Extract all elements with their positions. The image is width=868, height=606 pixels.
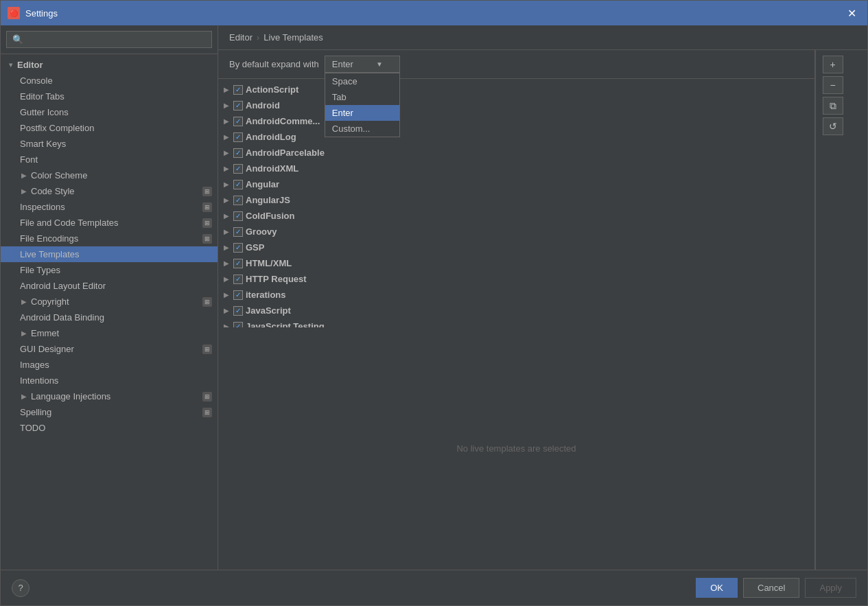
sidebar-item-language-injections[interactable]: ▶ Language Injections ⊞	[1, 388, 218, 404]
sidebar-item-editor[interactable]: ▾ Editor	[1, 57, 218, 73]
sidebar-item-android-layout[interactable]: Android Layout Editor	[1, 278, 218, 294]
template-group-javascript[interactable]: ▶ ✓ JavaScript	[218, 303, 814, 318]
lang-inject-badge-icon: ⊞	[202, 392, 212, 401]
spelling-badge-icon: ⊞	[202, 408, 212, 417]
template-group-groovy[interactable]: ▶ ✓ Groovy	[218, 224, 814, 240]
sidebar-item-font[interactable]: Font	[1, 152, 218, 167]
main-content: Editor › Live Templates By default expan…	[218, 25, 867, 570]
group-label: AngularJS	[246, 195, 290, 205]
template-group-android[interactable]: ▶ ✓ Android	[218, 97, 814, 113]
group-checkbox[interactable]: ✓	[233, 148, 243, 158]
group-label: GSP	[246, 242, 264, 253]
template-group-html-xml[interactable]: ▶ ✓ HTML/XML	[218, 255, 814, 271]
cancel-button[interactable]: Cancel	[743, 578, 799, 598]
group-checkbox[interactable]: ✓	[233, 101, 243, 110]
template-group-angular[interactable]: ▶ ✓ Angular	[218, 176, 814, 192]
group-checkbox[interactable]: ✓	[233, 180, 243, 189]
search-input[interactable]	[6, 31, 212, 48]
sidebar-item-color-scheme[interactable]: ▶ Color Scheme	[1, 167, 218, 183]
dropdown-option-enter[interactable]: Enter	[325, 105, 399, 121]
sidebar-item-intentions[interactable]: Intentions	[1, 373, 218, 388]
group-checkbox[interactable]: ✓	[233, 243, 243, 253]
template-group-androidcomme[interactable]: ▶ ✓ AndroidComme...	[218, 113, 814, 129]
app-icon: 🔴	[8, 7, 20, 19]
templates-panel: By default expand with Enter ▼ Space Tab…	[218, 50, 815, 570]
group-arrow-icon: ▶	[224, 117, 229, 125]
sidebar-item-editor-tabs[interactable]: Editor Tabs	[1, 89, 218, 104]
group-arrow-icon: ▶	[224, 259, 229, 267]
sidebar-item-images[interactable]: Images	[1, 357, 218, 373]
template-group-androidxml[interactable]: ▶ ✓ AndroidXML	[218, 161, 814, 176]
close-button[interactable]: ✕	[843, 5, 860, 21]
group-checkbox[interactable]: ✓	[233, 211, 243, 221]
template-group-androidparcelable[interactable]: ▶ ✓ AndroidParcelable	[218, 145, 814, 161]
right-panel-buttons: + − ⧉ ↺	[815, 50, 849, 570]
template-group-angularjs[interactable]: ▶ ✓ AngularJS	[218, 192, 814, 208]
sidebar-item-inspections[interactable]: Inspections ⊞	[1, 199, 218, 215]
inspections-badge-icon: ⊞	[202, 202, 212, 212]
group-checkbox[interactable]: ✓	[233, 227, 243, 237]
help-button[interactable]: ?	[12, 579, 30, 597]
sidebar-item-console[interactable]: Console	[1, 73, 218, 89]
group-arrow-icon: ▶	[224, 275, 229, 283]
apply-button[interactable]: Apply	[805, 578, 856, 598]
sidebar-item-file-encodings[interactable]: File Encodings ⊞	[1, 231, 218, 246]
sidebar-item-android-data-binding[interactable]: Android Data Binding	[1, 310, 218, 325]
breadcrumb-separator-icon: ›	[257, 32, 259, 43]
sidebar-item-emmet[interactable]: ▶ Emmet	[1, 325, 218, 341]
sidebar-item-gutter-icons[interactable]: Gutter Icons	[1, 104, 218, 120]
sidebar-label-images: Images	[20, 360, 49, 370]
add-button[interactable]: +	[823, 56, 843, 73]
sidebar-item-file-code-templates[interactable]: File and Code Templates ⊞	[1, 215, 218, 231]
group-arrow-icon: ▶	[224, 196, 229, 204]
group-label: Angular	[246, 179, 279, 189]
restore-button[interactable]: ↺	[823, 117, 843, 135]
template-group-gsp[interactable]: ▶ ✓ GSP	[218, 240, 814, 255]
copy-button[interactable]: ⧉	[823, 97, 843, 115]
group-checkbox[interactable]: ✓	[233, 117, 243, 126]
template-group-actionscript[interactable]: ▶ ✓ ActionScript	[218, 82, 814, 97]
template-group-coldfusion[interactable]: ▶ ✓ ColdFusion	[218, 208, 814, 224]
sidebar-item-todo[interactable]: TODO	[1, 420, 218, 436]
group-checkbox[interactable]: ✓	[233, 322, 243, 327]
sidebar-label-postfix: Postfix Completion	[20, 123, 94, 133]
group-checkbox[interactable]: ✓	[233, 290, 243, 300]
group-checkbox[interactable]: ✓	[233, 306, 243, 316]
group-checkbox[interactable]: ✓	[233, 275, 243, 284]
group-label: AndroidLog	[246, 132, 296, 142]
template-group-http-request[interactable]: ▶ ✓ HTTP Request	[218, 271, 814, 287]
sidebar-label-android-data-binding: Android Data Binding	[20, 312, 104, 323]
template-group-javascript-testing[interactable]: ▶ ✓ JavaScript Testing	[218, 318, 814, 327]
ok-button[interactable]: OK	[696, 578, 738, 598]
sidebar-item-spelling[interactable]: Spelling ⊞	[1, 404, 218, 420]
group-checkbox[interactable]: ✓	[233, 132, 243, 142]
sidebar-label-gutter-icons: Gutter Icons	[20, 107, 69, 117]
dropdown-option-space[interactable]: Space	[325, 73, 399, 89]
sidebar-label-file-encodings: File Encodings	[20, 233, 78, 244]
group-checkbox[interactable]: ✓	[233, 196, 243, 205]
sidebar-label-file-code-templates: File and Code Templates	[20, 218, 119, 228]
sidebar-item-copyright[interactable]: ▶ Copyright ⊞	[1, 294, 218, 310]
code-style-badge-icon: ⊞	[202, 187, 212, 196]
sidebar-item-live-templates[interactable]: Live Templates	[1, 246, 218, 262]
file-templates-badge-icon: ⊞	[202, 218, 212, 228]
group-checkbox[interactable]: ✓	[233, 164, 243, 174]
sidebar-item-gui-designer[interactable]: GUI Designer ⊞	[1, 341, 218, 357]
template-group-androidlog[interactable]: ▶ ✓ AndroidLog	[218, 129, 814, 145]
remove-button[interactable]: −	[823, 76, 843, 94]
sidebar: ▾ Editor Console Editor Tabs Gutter Icon…	[1, 25, 218, 570]
dropdown-option-tab[interactable]: Tab	[325, 89, 399, 105]
expand-dropdown-button[interactable]: Enter ▼	[325, 56, 400, 73]
group-checkbox[interactable]: ✓	[233, 85, 243, 95]
sidebar-label-language-injections: Language Injections	[31, 391, 110, 401]
sidebar-label-copyright: Copyright	[31, 296, 69, 307]
template-group-iterations[interactable]: ▶ ✓ iterations	[218, 287, 814, 303]
sidebar-item-file-types[interactable]: File Types	[1, 262, 218, 278]
sidebar-item-smart-keys[interactable]: Smart Keys	[1, 136, 218, 152]
dropdown-option-custom[interactable]: Custom...	[325, 121, 399, 137]
sidebar-item-code-style[interactable]: ▶ Code Style ⊞	[1, 183, 218, 199]
gui-designer-badge-icon: ⊞	[202, 345, 212, 354]
sidebar-item-postfix[interactable]: Postfix Completion	[1, 120, 218, 136]
sidebar-label-editor: Editor	[17, 60, 43, 70]
group-checkbox[interactable]: ✓	[233, 259, 243, 268]
